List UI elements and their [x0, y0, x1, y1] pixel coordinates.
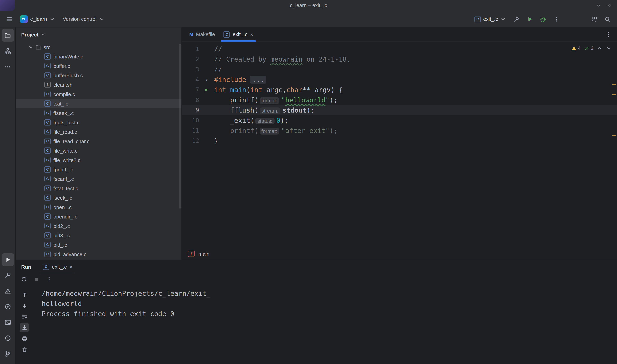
code-text[interactable]: // — [214, 44, 222, 54]
editor-options-button[interactable] — [603, 29, 614, 40]
code-text[interactable]: // Created by meowrain on 24-1-18. — [214, 54, 351, 64]
stripe-item-problems[interactable] — [1, 285, 14, 297]
vcs-widget[interactable]: Version control — [60, 14, 107, 24]
rerun-button[interactable] — [19, 274, 29, 284]
stripe-item-structure[interactable] — [1, 45, 14, 57]
run-configuration-selector[interactable]: C exit_.c — [472, 14, 509, 24]
tree-item-fprintf_.c[interactable]: Cfprintf_.c — [16, 165, 181, 174]
line-number[interactable]: 7 — [182, 85, 199, 95]
tree-item-file_write2.c[interactable]: Cfile_write2.c — [16, 155, 181, 165]
chevron-down-icon[interactable] — [28, 45, 33, 50]
run-panel-title: Run — [21, 264, 31, 270]
down-arrow-icon[interactable] — [20, 301, 29, 310]
build-button[interactable] — [511, 13, 522, 25]
tree-item-pid2_.c[interactable]: Cpid2_.c — [16, 221, 181, 231]
window-chevron-icon[interactable] — [596, 2, 601, 8]
close-tab-icon[interactable]: × — [69, 264, 73, 270]
project-scrollbar[interactable] — [179, 44, 181, 209]
tree-item-bufferFlush.c[interactable]: CbufferFlush.c — [16, 71, 181, 80]
scroll-to-end-icon[interactable] — [20, 323, 29, 332]
code-text[interactable]: fflush(stream:stdout); — [214, 105, 315, 115]
close-tab-icon[interactable]: × — [250, 32, 253, 37]
tree-item-buffer.c[interactable]: Cbuffer.c — [16, 61, 181, 71]
project-widget[interactable]: CL c_learn — [17, 13, 57, 25]
line-number[interactable]: 9 — [182, 105, 199, 115]
breadcrumb-function[interactable]: main — [198, 251, 209, 257]
window-diamond-icon[interactable] — [607, 2, 612, 8]
run-gutter-icon[interactable]: ▶ — [199, 85, 214, 95]
clear-console-icon[interactable] — [20, 345, 29, 354]
tree-item-exit_.c[interactable]: Cexit_.c — [16, 99, 181, 108]
hamburger-menu-icon[interactable] — [4, 13, 15, 25]
code-text[interactable]: printf(format:"after exit"); — [214, 126, 338, 136]
search-everywhere-button[interactable] — [602, 13, 613, 25]
scrollbar-warning-mark[interactable] — [612, 94, 616, 95]
run-tab-exit-c[interactable]: C exit_.c × — [41, 260, 75, 273]
stripe-item-version-control[interactable] — [1, 348, 14, 360]
print-icon[interactable] — [20, 334, 29, 343]
line-number[interactable]: 2 — [182, 54, 199, 64]
run-button[interactable] — [524, 13, 535, 25]
code-text[interactable]: _exit(status:0); — [214, 115, 288, 126]
stripe-item-project[interactable] — [1, 29, 14, 42]
stripe-item-services[interactable] — [1, 300, 14, 313]
stripe-item-run[interactable] — [1, 253, 14, 266]
stop-button[interactable] — [32, 274, 41, 284]
tree-item-open_.c[interactable]: Copen_.c — [16, 202, 181, 212]
warnings-count[interactable]: 4 — [571, 46, 580, 51]
tree-item-binaryWrite.c[interactable]: CbinaryWrite.c — [16, 52, 181, 61]
title-bar[interactable]: c_learn – exit_.c — [0, 0, 617, 11]
stripe-item-build[interactable] — [1, 269, 14, 282]
tree-item-opendir_.c[interactable]: Copendir_.c — [16, 212, 181, 221]
passed-count[interactable]: 2 — [584, 46, 593, 51]
line-number[interactable]: 12 — [182, 136, 199, 146]
tree-item-pid_.c[interactable]: Cpid_.c — [16, 240, 181, 249]
stripe-item-terminal[interactable] — [1, 316, 14, 329]
run-panel-toolbar — [16, 273, 617, 285]
fold-gutter-icon[interactable]: › — [199, 75, 214, 85]
more-actions-button[interactable] — [551, 13, 562, 25]
tree-item-ffseek_.c[interactable]: Cffseek_.c — [16, 108, 181, 118]
tree-item-fstat_test.c[interactable]: Cfstat_test.c — [16, 183, 181, 193]
debug-button[interactable] — [538, 13, 549, 25]
line-number[interactable]: 8 — [182, 95, 199, 105]
code-area[interactable]: 1//2// Created by meowrain on 24-1-18.3/… — [182, 42, 617, 248]
line-number[interactable]: 4 — [182, 75, 199, 85]
code-text[interactable]: int main(int argc,char** argv) { — [214, 85, 343, 95]
stripe-item-more-tools[interactable] — [1, 60, 14, 73]
tree-item-fgets_test.c[interactable]: Cfgets_test.c — [16, 118, 181, 127]
tree-item-file_write.c[interactable]: Cfile_write.c — [16, 146, 181, 155]
tree-item-fscanf_.c[interactable]: Cfscanf_.c — [16, 174, 181, 183]
code-text[interactable]: // — [214, 64, 222, 75]
run-more-options-button[interactable] — [44, 274, 54, 284]
scrollbar-warning-mark[interactable] — [612, 135, 616, 136]
line-number[interactable]: 1 — [182, 44, 199, 54]
code-text[interactable]: } — [214, 136, 218, 146]
stripe-item-notifications[interactable] — [1, 332, 14, 344]
c-file-icon: C — [475, 16, 481, 22]
code-text[interactable]: #include ... — [214, 75, 266, 85]
prev-issue-icon[interactable] — [597, 46, 603, 51]
tree-item-lseek_.c[interactable]: Clseek_.c — [16, 193, 181, 202]
code-with-me-button[interactable] — [589, 13, 600, 25]
tree-item-clean.sh[interactable]: $clean.sh — [16, 80, 181, 90]
scrollbar-warning-mark[interactable] — [612, 84, 616, 85]
line-number[interactable]: 3 — [182, 64, 199, 75]
tree-item-file_read_char.c[interactable]: Cfile_read_char.c — [16, 136, 181, 146]
next-issue-icon[interactable] — [606, 46, 612, 51]
tab-makefile[interactable]: M Makefile — [185, 27, 219, 41]
tree-item-src[interactable]: src — [16, 42, 181, 52]
tab-exit-c[interactable]: C exit_.c × — [219, 27, 258, 41]
soft-wrap-icon[interactable] — [20, 312, 29, 321]
line-number[interactable]: 11 — [182, 126, 199, 136]
line-number[interactable]: 10 — [182, 115, 199, 126]
up-arrow-icon[interactable] — [20, 290, 29, 299]
tree-item-pid_advance.c[interactable]: Cpid_advance.c — [16, 249, 181, 259]
tree-item-pid3_.c[interactable]: Cpid3_.c — [16, 231, 181, 240]
code-text[interactable]: printf(format:"helloworld"); — [214, 95, 338, 105]
project-panel-header[interactable]: Project — [16, 27, 181, 42]
run-console[interactable]: /home/meowrain/CLionProjects/c_learn/exi… — [33, 285, 617, 364]
inspections-widget[interactable]: 4 2 — [571, 46, 612, 51]
tree-item-compile.c[interactable]: Ccompile.c — [16, 90, 181, 99]
tree-item-file_read.c[interactable]: Cfile_read.c — [16, 127, 181, 136]
